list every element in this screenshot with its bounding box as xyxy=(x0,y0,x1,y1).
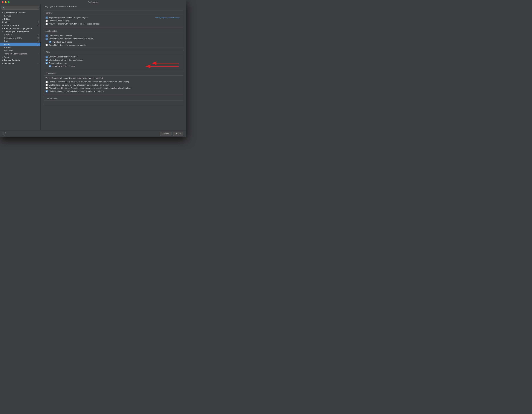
format-on-save-checkbox[interactable] xyxy=(46,62,48,64)
font-packages-section: Font Packages xyxy=(44,96,183,105)
report-usage-checkbox[interactable] xyxy=(46,17,48,19)
sidebar-item-label: Appearance & Behavior xyxy=(4,12,26,14)
maximize-button[interactable] xyxy=(8,1,10,3)
format-on-save-row: Format code on save xyxy=(44,61,183,65)
sidebar-item-label: Keymap xyxy=(4,15,11,17)
window-title: Preferences xyxy=(88,1,98,3)
sidebar-item-label: Template Data Languages xyxy=(4,53,27,55)
red-arrow-organize xyxy=(144,64,180,69)
sidebar-item-dart[interactable]: Dart ⊟ xyxy=(0,39,40,43)
main-container: 🔍 ▶ Appearance & Behavior Keymap ▶ Edito… xyxy=(0,4,186,130)
sidebar-item-plugins[interactable]: Plugins ⊟ xyxy=(0,21,40,24)
organize-imports-checkbox[interactable] xyxy=(49,65,51,67)
devtools-checkbox[interactable] xyxy=(46,90,48,92)
open-inspector-label: Open Flutter Inspector view on app launc… xyxy=(49,44,86,46)
sidebar-item-schemas[interactable]: Schemas and DTDs ⊟ xyxy=(0,36,40,39)
action-buttons: Cancel Apply xyxy=(160,132,183,136)
hot-ui-row: Enable Hot UI (an early preview of prope… xyxy=(44,83,183,87)
hot-ui-checkbox[interactable] xyxy=(46,84,48,86)
editor-section-title: Editor xyxy=(44,51,183,54)
google-link[interactable]: www.google.com/policies/pri xyxy=(155,16,180,19)
closing-labels-checkbox[interactable] xyxy=(46,59,48,61)
stack-traces-row: Include all stack traces xyxy=(44,40,183,43)
sidebar-item-label: Kotlin xyxy=(6,46,11,49)
sidebar-item-label: Markdown xyxy=(4,49,13,52)
settings-icon: ⊟ xyxy=(38,21,39,23)
sidebar: 🔍 ▶ Appearance & Behavior Keymap ▶ Edito… xyxy=(0,4,41,130)
apply-button[interactable]: Apply xyxy=(173,132,183,136)
close-button[interactable] xyxy=(2,1,4,3)
sidebar-item-tools[interactable]: ▶ Tools xyxy=(0,55,40,59)
search-input[interactable] xyxy=(6,7,38,9)
settings-icon: ⊟ xyxy=(38,62,39,64)
verbose-logging-checkbox[interactable] xyxy=(46,20,48,22)
chevron-down-icon: ▼ xyxy=(2,31,4,32)
settings-icon: ⊟ xyxy=(38,40,39,42)
structured-errors-label: Show structured errors for Flutter frame… xyxy=(49,38,93,40)
sidebar-item-build[interactable]: ▶ Build, Execution, Deployment xyxy=(0,27,40,30)
sidebar-item-template-data[interactable]: Template Data Languages ⊟ xyxy=(0,52,40,55)
search-box[interactable]: 🔍 xyxy=(1,6,39,10)
sidebar-item-label: Advanced Settings xyxy=(2,59,20,61)
hot-ui-label: Enable Hot UI (an early preview of prope… xyxy=(49,84,109,86)
report-usage-row: Report usage information to Google Analy… xyxy=(44,16,183,19)
font-packages-title: Font Packages xyxy=(44,97,183,100)
sidebar-item-label: Schemas and DTDs xyxy=(4,37,22,39)
open-inspector-row: Open Flutter Inspector view on app launc… xyxy=(44,43,183,47)
allow-test-checkbox[interactable] xyxy=(46,23,48,25)
ui-guides-checkbox[interactable] xyxy=(46,56,48,58)
general-section: General Report usage information to Goog… xyxy=(44,10,183,27)
sidebar-item-label: Flutter xyxy=(4,43,10,45)
open-inspector-checkbox[interactable] xyxy=(46,44,48,46)
sidebar-item-version-control[interactable]: ▶ Version Control ⊟ xyxy=(0,24,40,27)
sidebar-item-appearance[interactable]: ▶ Appearance & Behavior xyxy=(0,11,40,14)
hot-reload-row: Perform hot reload on save xyxy=(44,34,183,37)
allow-test-label: Allow files ending with _test.dart to be… xyxy=(49,23,99,25)
window-controls xyxy=(2,1,10,3)
sidebar-item-markdown[interactable]: Markdown xyxy=(0,49,40,52)
general-section-title: General xyxy=(44,12,183,15)
chevron-right-icon: ▶ xyxy=(4,34,5,36)
verbose-logging-row: Enable verbose logging xyxy=(44,19,183,22)
closing-labels-row: Show closing labels in Dart source code xyxy=(44,58,183,61)
structured-errors-checkbox[interactable] xyxy=(46,38,48,40)
content-body: General Report usage information to Goog… xyxy=(41,9,186,110)
chevron-right-icon: ▶ xyxy=(2,56,3,58)
app-execution-section: App Execution Perform hot reload on save… xyxy=(44,29,183,48)
chevron-right-icon: ▶ xyxy=(2,12,3,14)
ui-guides-label: Show UI Guides for build methods xyxy=(49,56,78,58)
stack-traces-checkbox[interactable] xyxy=(49,41,51,43)
experiments-section: Experiments Try out features still under… xyxy=(44,71,183,94)
search-icon: 🔍 xyxy=(3,7,5,9)
cancel-button[interactable]: Cancel xyxy=(160,132,171,136)
sidebar-item-label: Tools xyxy=(4,56,9,58)
code-completion-row: Enable code completion, navigation, etc.… xyxy=(44,80,183,83)
sidebar-item-kotlin[interactable]: ▶ Kotlin xyxy=(0,46,40,49)
minimize-button[interactable] xyxy=(5,1,7,3)
sidebar-item-languages[interactable]: ▼ Languages & Frameworks xyxy=(0,30,40,33)
ui-guides-row: Show UI Guides for build methods xyxy=(44,55,183,58)
experiments-section-title: Experiments xyxy=(44,72,183,76)
sidebar-item-experimental[interactable]: Experimental ⊟ xyxy=(0,62,40,65)
run-configs-label: Show all possible run configurations for… xyxy=(49,87,131,89)
hot-reload-checkbox[interactable] xyxy=(46,35,48,37)
help-button[interactable]: ? xyxy=(3,132,6,135)
closing-labels-label: Show closing labels in Dart source code xyxy=(49,59,84,61)
chevron-right-icon: ▶ xyxy=(2,18,3,20)
sidebar-item-editor[interactable]: ▶ Editor xyxy=(0,18,40,21)
run-configs-checkbox[interactable] xyxy=(46,87,48,89)
title-bar: Preferences xyxy=(0,0,186,4)
sidebar-item-cpp[interactable]: ▶ C/C++ ⊟ xyxy=(0,33,40,36)
sidebar-item-keymap[interactable]: Keymap xyxy=(0,14,40,18)
settings-icon: ⊟ xyxy=(38,43,39,45)
sidebar-item-label: Plugins xyxy=(2,21,9,23)
breadcrumb-parent[interactable]: Languages & Frameworks xyxy=(44,5,66,8)
structured-errors-row: Show structured errors for Flutter frame… xyxy=(44,37,183,40)
code-completion-checkbox[interactable] xyxy=(46,81,48,83)
hot-reload-label: Perform hot reload on save xyxy=(49,34,72,37)
devtools-label: Enable embedding DevTools in the Flutter… xyxy=(49,90,104,92)
settings-icon: ⊟ xyxy=(38,53,39,55)
report-usage-label: Report usage information to Google Analy… xyxy=(49,16,88,19)
sidebar-item-advanced[interactable]: Advanced Settings xyxy=(0,59,40,62)
sidebar-item-flutter[interactable]: Flutter ⊟ xyxy=(0,43,40,46)
